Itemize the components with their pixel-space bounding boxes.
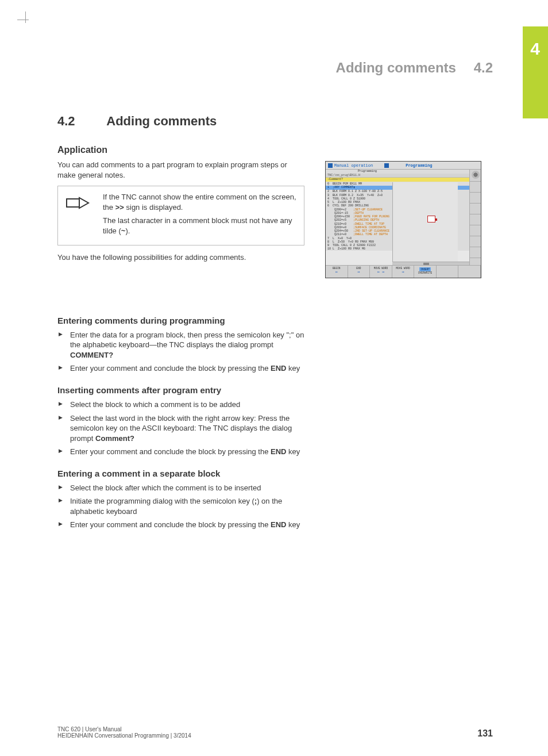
mode-icon <box>328 163 333 168</box>
list-item: Select the block to which a comment is t… <box>57 400 310 410</box>
note-box: If the TNC cannot show the entire commen… <box>57 186 304 245</box>
section-title: 4.2 Adding comments <box>57 114 494 129</box>
arrow-left-icon: ⇐ <box>326 270 348 274</box>
list-item: Select the last word in the block with t… <box>57 413 310 444</box>
shot-subtitle: Programming <box>326 170 481 174</box>
shot-graphic-pane <box>392 182 458 265</box>
chapter-tab: 4 <box>523 26 548 118</box>
entering-during-list: Enter the data for a program block, then… <box>57 330 310 374</box>
arrow-right-icon: ⇒ <box>348 270 370 274</box>
shot-title-bar: Manual operation Programming <box>326 162 481 170</box>
footer-line2: HEIDENHAIN Conversational Programming | … <box>57 732 191 739</box>
application-p2: You have the following possibilities for… <box>57 252 304 263</box>
softkey-move-word[interactable]: MOVE WORD ⇐ ⇒ <box>370 266 392 278</box>
shot-softkey-row: BEGIN ⇐ END ⇒ MOVE WORD ⇐ ⇒ MOVE WORD ⇒ … <box>326 265 481 278</box>
gear-icon <box>472 171 480 179</box>
header-section-num: 4.2 <box>474 60 493 75</box>
list-item: Enter your comment and conclude the bloc… <box>57 363 310 374</box>
inserting-after-list: Select the block to which a comment is t… <box>57 400 310 457</box>
section-name: Adding comments <box>106 114 217 128</box>
softkey-begin[interactable]: BEGIN ⇐ <box>326 266 348 278</box>
section-number: 4.2 <box>57 114 103 129</box>
running-header: Adding comments 4.2 <box>336 60 493 76</box>
arrows-icon: ⇐ ⇒ <box>370 270 392 274</box>
shot-path: TNC:\nc_prog\BX11.H <box>326 174 481 178</box>
mode-icon <box>384 163 389 168</box>
shot-mode-left: Manual operation <box>334 163 373 168</box>
inserting-after-heading: Inserting comments after program entry <box>57 385 494 395</box>
svg-rect-0 <box>67 199 79 207</box>
softkey-empty[interactable] <box>437 266 459 278</box>
tool-icon <box>427 216 435 222</box>
softkey-insert-overwrite[interactable]: INSERT OVERWRITE <box>414 266 437 278</box>
shot-mode-right: Programming <box>406 163 432 168</box>
list-item: Enter the data for a program block, then… <box>57 330 310 360</box>
softkey-end[interactable]: END ⇒ <box>348 266 371 278</box>
softkey-move-word-2[interactable]: MOVE WORD ⇒ <box>392 266 415 278</box>
softkey-empty[interactable] <box>458 266 481 278</box>
shot-side-buttons <box>469 170 481 265</box>
application-heading: Application <box>57 145 494 155</box>
shot-prompt: →Comment? <box>326 178 481 182</box>
footer-line1: TNC 620 | User's Manual <box>57 726 191 732</box>
note-text: If the TNC cannot show the entire commen… <box>98 186 304 245</box>
list-item: Enter your comment and conclude the bloc… <box>57 520 310 530</box>
header-title: Adding comments <box>336 60 456 75</box>
programming-screenshot: Manual operation Programming Programming… <box>325 161 481 278</box>
application-p1: You can add comments to a part program t… <box>57 160 304 180</box>
crop-marks <box>17 11 34 29</box>
separate-block-heading: Entering a comment in a separate block <box>57 469 494 478</box>
note-arrow-icon <box>58 186 98 245</box>
entering-during-heading: Entering comments during programming <box>57 316 494 325</box>
list-item: Select the block after which the comment… <box>57 483 310 493</box>
page-number: 131 <box>477 728 493 739</box>
list-item: Enter your comment and conclude the bloc… <box>57 447 310 457</box>
page-footer: TNC 620 | User's Manual HEIDENHAIN Conve… <box>57 726 493 739</box>
arrow-right-icon: ⇒ <box>392 270 414 274</box>
separate-block-list: Select the block after which the comment… <box>57 483 310 530</box>
chapter-number: 4 <box>530 39 540 59</box>
list-item: Initiate the programming dialog with the… <box>57 496 310 516</box>
